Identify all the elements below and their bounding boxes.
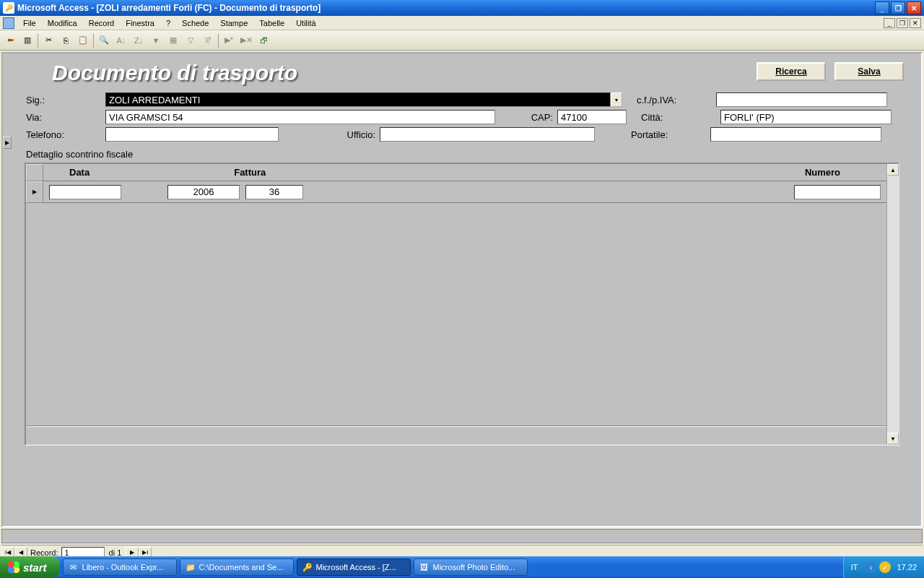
col-fattura: Fattura bbox=[234, 167, 266, 178]
sig-dropdown-button[interactable]: ▼ bbox=[611, 92, 622, 107]
tray-icon-2[interactable]: ✓ bbox=[879, 561, 891, 573]
sort-asc-icon[interactable]: A↓ bbox=[113, 33, 129, 48]
new-record-icon[interactable]: ▶* bbox=[221, 33, 237, 48]
cfpiva-input[interactable] bbox=[716, 92, 887, 107]
row-selector[interactable] bbox=[26, 181, 43, 203]
window-title: Microsoft Access - [ZOLI arredamenti For… bbox=[17, 3, 321, 13]
ufficio-input[interactable] bbox=[380, 127, 595, 142]
access-icon: 🔑 bbox=[302, 561, 313, 573]
photo-editor-icon: 🖼 bbox=[419, 561, 430, 573]
clock[interactable]: 17.22 bbox=[897, 563, 917, 571]
subform-body bbox=[26, 181, 898, 427]
apply-filter-icon[interactable]: ▽ bbox=[183, 33, 199, 48]
via-input[interactable] bbox=[105, 110, 495, 124]
cut-icon[interactable]: ✂ bbox=[40, 33, 56, 48]
dettaglio-label: Dettaglio scontrino fiscale bbox=[3, 143, 921, 161]
subform-scrollbar[interactable]: ▲ ▼ bbox=[886, 164, 898, 444]
delete-record-icon[interactable]: ▶✕ bbox=[238, 33, 254, 48]
taskbar: start ✉ Libero - Outlook Expr... 📁 C:\Do… bbox=[0, 556, 924, 578]
ufficio-label: Ufficio: bbox=[293, 129, 380, 140]
design-view-icon[interactable]: ▥ bbox=[19, 33, 35, 48]
system-tray: IT ‹ ✓ 17.22 bbox=[843, 556, 924, 578]
portatile-input[interactable] bbox=[710, 127, 881, 142]
row-fattura-anno-input[interactable] bbox=[167, 185, 240, 199]
taskbar-item-explorer[interactable]: 📁 C:\Documents and Se... bbox=[180, 558, 294, 576]
citta-label: Città: bbox=[641, 112, 720, 123]
menu-help[interactable]: ? bbox=[160, 17, 176, 29]
menu-file[interactable]: File bbox=[17, 17, 42, 29]
cfpiva-label: c.f./p.IVA: bbox=[637, 95, 716, 105]
sig-label: Sig.: bbox=[26, 95, 105, 105]
menu-utilita[interactable]: Utilità bbox=[290, 17, 322, 29]
database-window-icon[interactable]: 🗗 bbox=[256, 33, 271, 48]
taskbar-item-outlook[interactable]: ✉ Libero - Outlook Expr... bbox=[63, 558, 177, 576]
copy-icon[interactable]: ⎘ bbox=[58, 33, 74, 48]
citta-input[interactable] bbox=[720, 110, 892, 124]
form-icon bbox=[3, 17, 14, 29]
taskbar-item-photoeditor[interactable]: 🖼 Microsoft Photo Edito... bbox=[414, 558, 528, 576]
col-numero: Numero bbox=[805, 167, 840, 178]
app-icon: 🔑 bbox=[3, 2, 14, 14]
menu-modifica[interactable]: Modifica bbox=[42, 17, 83, 29]
mdi-restore-button[interactable]: ❐ bbox=[897, 18, 908, 28]
language-indicator[interactable]: IT bbox=[851, 563, 858, 571]
filter-form-icon[interactable]: ▦ bbox=[165, 33, 181, 48]
subform-select-all[interactable] bbox=[26, 164, 43, 181]
record-selector[interactable] bbox=[3, 136, 12, 149]
subform-footer-divider bbox=[26, 426, 886, 427]
toolbar: ⬅ ▥ ✂ ⎘ 📋 🔍 A↓ Z↓ ▼ ▦ ▽ ▽̸ ▶* ▶✕ 🗗 bbox=[0, 30, 924, 51]
menu-finestra[interactable]: Finestra bbox=[120, 17, 160, 29]
telefono-label: Telefono: bbox=[26, 129, 105, 140]
close-form-icon[interactable]: ⬅ bbox=[2, 33, 18, 48]
sort-desc-icon[interactable]: Z↓ bbox=[131, 33, 147, 48]
menu-record[interactable]: Record bbox=[83, 17, 120, 29]
form-area: Ricerca Salva Documento di trasporto Sig… bbox=[1, 52, 923, 527]
minimize-button[interactable]: _ bbox=[875, 1, 889, 14]
find-icon[interactable]: 🔍 bbox=[96, 33, 112, 48]
window-titlebar: 🔑 Microsoft Access - [ZOLI arredamenti F… bbox=[0, 0, 924, 16]
menu-schede[interactable]: Schede bbox=[176, 17, 214, 29]
close-button[interactable]: ✕ bbox=[907, 1, 921, 14]
salva-button[interactable]: Salva bbox=[834, 62, 904, 81]
maximize-button[interactable]: ❐ bbox=[891, 1, 905, 14]
tray-icon-1[interactable]: ‹ bbox=[865, 561, 876, 573]
via-label: Via: bbox=[26, 112, 105, 123]
telefono-input[interactable] bbox=[105, 127, 279, 142]
menu-stampe[interactable]: Stampe bbox=[214, 17, 253, 29]
row-numero-input[interactable] bbox=[794, 185, 881, 199]
subform-row bbox=[26, 181, 898, 203]
subform-dettaglio: Data Fattura Numero ▲ ▼ bbox=[25, 163, 899, 446]
sig-input[interactable] bbox=[105, 92, 611, 107]
scroll-down-button[interactable]: ▼ bbox=[887, 433, 899, 444]
col-data: Data bbox=[69, 167, 90, 178]
menu-tabelle[interactable]: Tabelle bbox=[253, 17, 290, 29]
form-footer-bar bbox=[1, 529, 923, 543]
row-data-input[interactable] bbox=[49, 185, 121, 199]
outlook-icon: ✉ bbox=[68, 561, 79, 573]
subform-header: Data Fattura Numero bbox=[26, 164, 898, 181]
folder-icon: 📁 bbox=[185, 561, 196, 573]
paste-icon[interactable]: 📋 bbox=[75, 33, 91, 48]
portatile-label: Portatile: bbox=[631, 129, 710, 140]
ricerca-button[interactable]: Ricerca bbox=[757, 62, 826, 81]
scroll-up-button[interactable]: ▲ bbox=[887, 164, 899, 176]
taskbar-item-access[interactable]: 🔑 Microsoft Access - [Z... bbox=[297, 558, 411, 576]
remove-filter-icon[interactable]: ▽̸ bbox=[200, 33, 216, 48]
row-fattura-num-input[interactable] bbox=[245, 185, 303, 199]
record-of-label: di 1 bbox=[109, 548, 122, 557]
record-label: Record: bbox=[30, 548, 58, 557]
mdi-close-button[interactable]: ✕ bbox=[910, 18, 921, 28]
cap-input[interactable] bbox=[557, 110, 627, 124]
start-button[interactable]: start bbox=[0, 556, 60, 578]
windows-logo-icon bbox=[7, 561, 20, 574]
cap-label: CAP: bbox=[513, 112, 553, 123]
filter-selection-icon[interactable]: ▼ bbox=[148, 33, 164, 48]
mdi-minimize-button[interactable]: _ bbox=[884, 18, 895, 28]
menubar: File Modifica Record Finestra ? Schede S… bbox=[0, 16, 924, 30]
